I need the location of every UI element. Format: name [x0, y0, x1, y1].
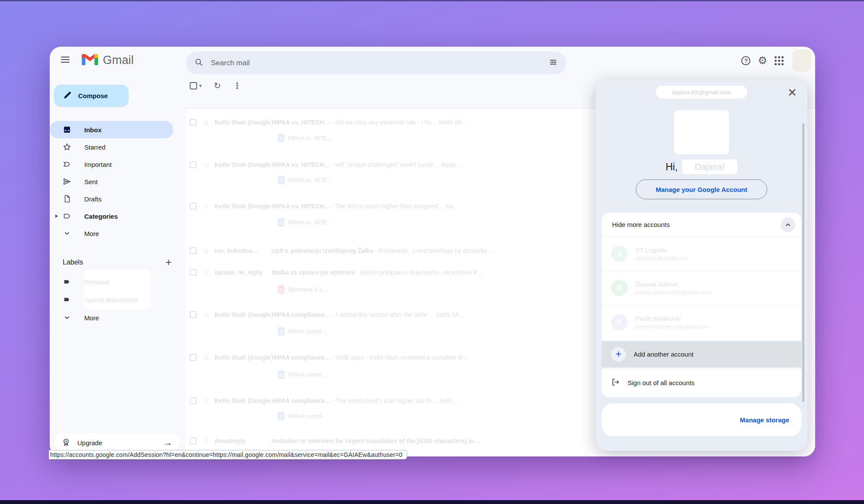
label-item[interactable]: Personal: [50, 274, 110, 290]
hamburger-menu-icon[interactable]: [61, 57, 70, 64]
attachment-chip[interactable]: HIPAA compli…: [278, 325, 328, 337]
email-sender: me, Subotica…: [214, 247, 271, 254]
email-sender: Kethi Shah (Google): [214, 119, 271, 126]
add-another-account-button[interactable]: + Add another account: [602, 341, 801, 367]
attachment-name: HIPAA compli…: [288, 413, 328, 419]
account-avatar-placeholder[interactable]: [674, 110, 729, 154]
redaction-box: [715, 238, 801, 270]
sent-plane-icon: [63, 177, 71, 186]
select-all-checkbox[interactable]: ▾: [190, 82, 202, 89]
sidebar-item-drafts[interactable]: Drafts: [50, 190, 173, 207]
hide-more-accounts-button[interactable]: Hide more accounts: [602, 213, 801, 237]
create-label-plus-icon[interactable]: +: [166, 257, 172, 268]
refresh-icon[interactable]: ↻: [214, 80, 221, 91]
row-star-icon[interactable]: ☆: [203, 202, 209, 211]
attachment-chip[interactable]: Opomena-1 2…: [278, 284, 328, 295]
row-star-icon[interactable]: ☆: [203, 437, 209, 445]
account-name: Pavle Miranovic: [635, 315, 709, 322]
row-checkbox[interactable]: [190, 119, 197, 126]
email-sender: uprava_ne_reply: [214, 269, 271, 276]
row-checkbox[interactable]: [190, 203, 197, 210]
select-dropdown-caret-icon[interactable]: ▾: [199, 83, 202, 89]
sidebar-item-sent[interactable]: Sent: [50, 173, 173, 190]
label-item[interactable]: Isporta dokumenta: [50, 292, 138, 307]
doc-attachment-icon: [278, 327, 284, 335]
attachment-chip[interactable]: HIPAA vs. HITE…: [278, 132, 333, 144]
row-checkbox[interactable]: [190, 161, 197, 168]
gmail-m-icon: [81, 52, 99, 68]
expander-triangle-icon[interactable]: [55, 214, 58, 218]
sign-out-all-button[interactable]: Sign out of all accounts: [602, 368, 801, 397]
label-name: Personal: [84, 278, 110, 286]
upgrade-label: Upgrade: [77, 439, 102, 447]
more-options-dots-icon[interactable]: ⋮: [233, 81, 241, 90]
sidebar-nav: Inbox Starred Important Sent: [50, 121, 173, 242]
chevron-up-icon[interactable]: [781, 217, 795, 232]
account-avatar: P: [611, 314, 628, 331]
account-list-item[interactable]: S ST Logistic stlogistic@gmail.com: [602, 237, 801, 271]
attachment-name: HIPAA vs. HITE…: [288, 177, 333, 183]
sidebar-item-label: Sent: [84, 178, 98, 185]
email-subject: Molba za upravu po opomeni: [271, 269, 355, 276]
attachment-chip[interactable]: HIPAA compli…: [278, 410, 328, 421]
attachment-chip[interactable]: HIPAA vs. HITE…: [278, 217, 333, 228]
profile-avatar[interactable]: [793, 50, 811, 71]
search-icon[interactable]: [194, 58, 203, 68]
search-input[interactable]: [210, 58, 549, 68]
row-checkbox[interactable]: [190, 311, 197, 318]
email-snippet: - I added this section after the table ……: [332, 311, 465, 318]
arrow-right-icon[interactable]: →: [163, 437, 172, 448]
search-filter-icon[interactable]: [549, 58, 558, 68]
manage-google-account-button[interactable]: Manage your Google Account: [636, 179, 767, 199]
screen-top-edge: [0, 0, 864, 1]
upgrade-button[interactable]: Upgrade →: [54, 433, 180, 452]
labels-title: Labels: [63, 258, 83, 266]
row-checkbox[interactable]: [190, 354, 197, 361]
email-snippet: - SME input - Kethi Shah reviewed a comp…: [332, 354, 469, 361]
label-name: Isporta dokumenta: [84, 296, 138, 303]
account-list-item[interactable]: D Dajana Jukovic dajana.jukovic287@gmail…: [602, 271, 801, 305]
row-checkbox[interactable]: [190, 397, 197, 404]
manage-storage-link[interactable]: Manage storage: [740, 416, 789, 424]
compose-button[interactable]: Compose: [54, 85, 128, 106]
search-bar[interactable]: [186, 51, 566, 74]
sidebar-item-more[interactable]: More: [50, 225, 173, 242]
sidebar-item-starred[interactable]: Starred: [50, 138, 173, 156]
email-subject: Invitation to Interview for Urgent trans…: [271, 437, 480, 444]
sidebar-item-categories[interactable]: Categories: [50, 207, 173, 225]
redaction-box: [715, 306, 801, 338]
close-icon[interactable]: ×: [787, 86, 797, 98]
email-sender: Kethi Shah (Google…: [214, 203, 271, 210]
row-star-icon[interactable]: ☆: [203, 396, 209, 405]
sidebar-item-important[interactable]: Important: [50, 156, 173, 173]
star-icon: [63, 143, 71, 151]
sidebar-item-label: Inbox: [84, 126, 102, 134]
row-star-icon[interactable]: ☆: [203, 246, 209, 255]
email-subject: HIPAA vs. HITECH…: [271, 119, 330, 126]
attachment-name: HIPAA vs. HITE…: [288, 219, 333, 226]
greeting-text: Hi,: [666, 161, 678, 173]
account-name: Dajana Jukovic: [635, 281, 712, 288]
settings-gear-icon[interactable]: ⚙: [758, 55, 767, 66]
gmail-logo: Gmail: [81, 52, 134, 68]
doc-attachment-icon: [278, 176, 284, 184]
row-checkbox[interactable]: [190, 247, 197, 254]
row-star-icon[interactable]: ☆: [203, 268, 209, 277]
doc-attachment-icon: [278, 134, 284, 142]
sidebar-item-label: More: [84, 230, 99, 237]
row-star-icon[interactable]: ☆: [203, 310, 209, 319]
account-list-item[interactable]: P Pavle Miranovic pavlemiranovic.tr@gmai…: [602, 305, 801, 339]
row-checkbox[interactable]: [190, 269, 197, 276]
google-apps-grid-icon[interactable]: [775, 56, 784, 65]
attachment-chip[interactable]: HIPAA vs. HITE…: [278, 174, 333, 185]
row-star-icon[interactable]: ☆: [203, 160, 209, 169]
row-star-icon[interactable]: ☆: [203, 118, 209, 127]
help-icon[interactable]: ?: [741, 56, 750, 65]
row-star-icon[interactable]: ☆: [203, 353, 209, 362]
attachment-chip[interactable]: HIPAA compli…: [278, 369, 328, 380]
sidebar-item-label: Categories: [84, 213, 118, 220]
sidebar-item-inbox[interactable]: Inbox: [50, 121, 173, 138]
row-checkbox[interactable]: [190, 437, 197, 444]
gmail-wordmark: Gmail: [103, 54, 134, 67]
sidebar-labels-more[interactable]: More: [50, 310, 99, 325]
